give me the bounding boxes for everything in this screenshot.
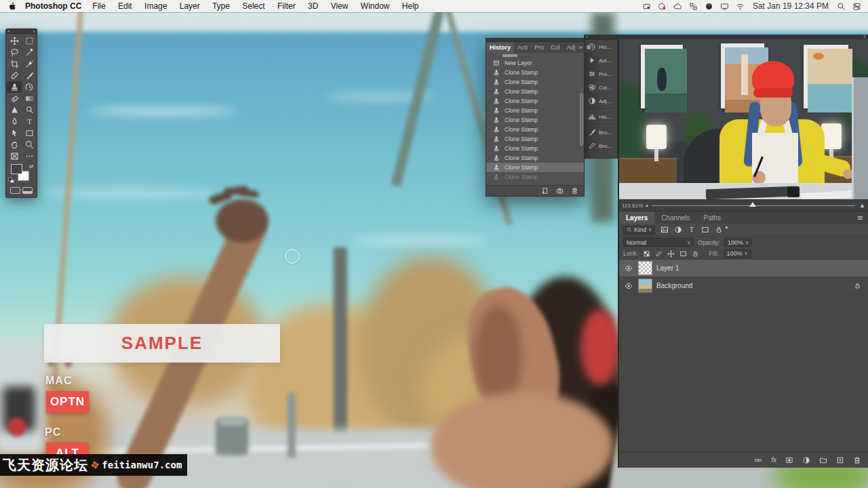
new-group-icon[interactable] — [819, 456, 827, 464]
new-document-from-state-icon[interactable] — [541, 187, 549, 195]
tool-button[interactable] — [22, 93, 37, 104]
layers-panel-tab[interactable]: Paths — [697, 211, 728, 224]
menu-item[interactable]: Select — [242, 1, 264, 11]
history-step[interactable]: New Layer — [486, 58, 584, 68]
history-tab[interactable]: Acti — [514, 42, 531, 53]
menu-item[interactable]: File — [92, 1, 105, 11]
opacity-select[interactable]: 100%∨ — [724, 238, 752, 247]
layer-row[interactable]: Background — [619, 277, 868, 295]
history-step[interactable]: Clone Stamp — [486, 68, 584, 77]
foreground-color-swatch[interactable] — [11, 164, 22, 174]
filter-kind-select[interactable]: Kind ∨ — [623, 226, 655, 235]
tool-button[interactable] — [7, 93, 22, 104]
tool-button[interactable] — [22, 116, 37, 127]
layer-thumbnail[interactable] — [638, 279, 652, 293]
collapsed-panel-button[interactable]: His... — [585, 110, 617, 123]
history-tab[interactable]: History — [486, 42, 514, 53]
dock-titlebar[interactable]: ×≡ — [584, 35, 868, 39]
panel-menu-icon[interactable] — [856, 214, 864, 222]
fill-select[interactable]: 100%∨ — [724, 249, 751, 258]
zoom-slider[interactable] — [652, 205, 855, 206]
tool-button[interactable] — [7, 127, 22, 139]
collapsed-panel-button[interactable]: Act... — [585, 54, 617, 67]
notification-badge-icon[interactable] — [658, 2, 667, 11]
expand-chevrons-icon[interactable]: » — [579, 44, 583, 51]
instructor-video-overlay[interactable] — [619, 39, 868, 199]
layer-row[interactable]: Layer 1 — [619, 260, 868, 277]
close-icon[interactable]: × — [586, 35, 589, 39]
tool-button[interactable] — [22, 35, 37, 47]
apple-menu-icon[interactable] — [8, 2, 17, 11]
history-step[interactable]: Clone Stamp — [486, 172, 584, 182]
new-layer-icon[interactable] — [836, 456, 844, 464]
dock-menu-icon[interactable]: ≡ — [863, 35, 866, 39]
quick-mask-button[interactable] — [10, 187, 20, 194]
tool-button[interactable] — [7, 150, 22, 162]
layer-visibility-toggle[interactable] — [623, 264, 634, 272]
history-step[interactable]: Clone Stamp — [486, 144, 584, 153]
cloud-icon[interactable] — [673, 2, 682, 11]
menu-item[interactable]: Edit — [118, 1, 132, 11]
new-snapshot-icon[interactable] — [556, 187, 564, 195]
history-step[interactable]: Clone Stamp — [486, 106, 584, 115]
menu-item[interactable]: Filter — [277, 1, 296, 11]
menu-item[interactable]: 3D — [308, 1, 318, 11]
swap-colors-icon[interactable]: ⇄ — [29, 163, 34, 169]
menu-item[interactable]: Window — [361, 1, 390, 11]
menu-item[interactable]: Image — [144, 1, 167, 11]
collapse-icon[interactable]: » — [33, 29, 35, 33]
tool-button[interactable] — [22, 104, 37, 116]
tool-button[interactable] — [22, 47, 37, 58]
blend-mode-select[interactable]: Normal∨ — [623, 238, 694, 247]
control-center-icon[interactable] — [852, 2, 861, 11]
lock-position-icon[interactable] — [667, 250, 675, 258]
tool-button[interactable] — [22, 58, 37, 70]
tool-button[interactable] — [7, 116, 22, 127]
history-tab[interactable]: Col — [547, 42, 564, 53]
history-scrollbar[interactable] — [580, 66, 583, 181]
tools-panel-titlebar[interactable]: ×» — [6, 29, 37, 34]
wifi-icon[interactable] — [736, 2, 745, 11]
history-tab[interactable]: Adj — [564, 42, 579, 53]
zoom-out-icon[interactable]: ▲ — [645, 203, 649, 207]
default-colors-icon[interactable] — [8, 178, 14, 183]
close-icon[interactable]: × — [7, 29, 10, 33]
tool-button[interactable] — [7, 58, 22, 70]
keyboard-lock-icon[interactable] — [642, 2, 651, 11]
filter-pixel-layers-icon[interactable] — [660, 226, 669, 234]
history-step[interactable]: Clone Stamp — [486, 125, 584, 134]
filter-smart-objects-icon[interactable] — [715, 226, 723, 234]
tool-button[interactable] — [7, 139, 22, 150]
collapsed-panel-button[interactable]: Bru... — [585, 139, 617, 152]
tool-button[interactable] — [7, 47, 22, 58]
history-step[interactable]: Clone Stamp — [486, 163, 584, 172]
layers-panel-tab[interactable]: Layers — [619, 211, 654, 224]
layer-style-button[interactable]: fx — [771, 456, 776, 464]
menu-item[interactable]: Help — [402, 1, 419, 11]
app-sphere-icon[interactable] — [705, 2, 713, 11]
tool-button[interactable] — [22, 70, 37, 81]
tool-button[interactable] — [22, 150, 37, 162]
layers-panel-tab[interactable]: Channels — [654, 211, 696, 224]
history-step[interactable]: Clone Stamp — [486, 96, 584, 106]
menu-bar-clock[interactable]: Sat Jan 19 12:34 PM — [753, 1, 829, 11]
tool-button[interactable] — [7, 81, 22, 93]
menu-item[interactable]: View — [331, 1, 349, 11]
zoom-in-icon[interactable]: ▲ — [859, 202, 865, 209]
collapsed-panel-button[interactable]: Adj... — [585, 94, 617, 108]
panel-menu-icon[interactable] — [585, 44, 592, 51]
collapsed-panel-button[interactable]: Pro... — [585, 67, 617, 81]
delete-state-icon[interactable] — [571, 187, 578, 195]
window-grid-icon[interactable] — [689, 2, 698, 11]
menu-item[interactable]: Layer — [180, 1, 200, 11]
history-step[interactable]: Clone Stamp — [486, 77, 584, 87]
app-menu-title[interactable]: Photoshop CC — [25, 1, 81, 11]
tool-button[interactable] — [22, 127, 37, 139]
layer-visibility-toggle[interactable] — [623, 282, 634, 290]
lock-artboard-icon[interactable] — [679, 250, 687, 258]
tool-button[interactable] — [7, 70, 22, 81]
history-step[interactable]: Clone Stamp — [486, 134, 584, 144]
history-step[interactable]: Clone Stamp — [486, 87, 584, 96]
new-adjustment-layer-icon[interactable] — [802, 456, 810, 464]
zoom-slider-thumb[interactable] — [749, 202, 756, 207]
